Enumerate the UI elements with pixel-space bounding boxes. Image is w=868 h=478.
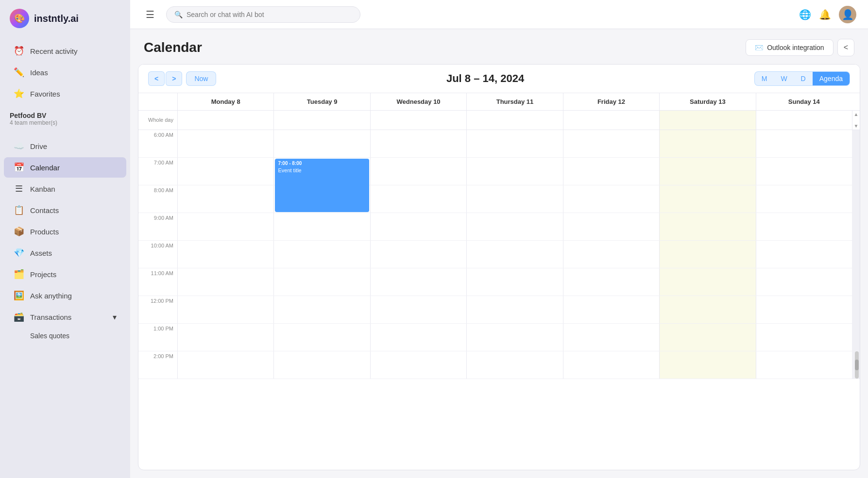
time-cell-tuesday[interactable]: 7:00 - 8:00 Event title	[273, 158, 370, 185]
view-agenda-button[interactable]: Agenda	[813, 72, 850, 85]
wholeday-friday[interactable]	[563, 111, 659, 130]
menu-button[interactable]: ☰	[142, 7, 158, 22]
time-cell-monday[interactable]	[177, 130, 273, 157]
time-cell-tuesday[interactable]	[273, 130, 370, 157]
time-cell-tuesday[interactable]	[273, 324, 370, 351]
time-cell-saturday[interactable]	[659, 130, 755, 157]
time-cell-wednesday[interactable]	[370, 241, 466, 268]
time-cell-sunday[interactable]	[756, 296, 852, 323]
time-cell-monday[interactable]	[177, 185, 273, 213]
time-cell-tuesday[interactable]	[273, 268, 370, 296]
time-cell-saturday[interactable]	[659, 351, 755, 379]
time-cell-sunday[interactable]	[756, 158, 852, 185]
wholeday-tuesday[interactable]	[273, 111, 370, 130]
time-cell-thursday[interactable]	[466, 130, 562, 157]
time-cell-wednesday[interactable]	[370, 185, 466, 213]
sidebar-item-recent-activity[interactable]: ⏰ Recent activity	[4, 41, 126, 61]
time-cell-thursday[interactable]	[466, 268, 562, 296]
notifications-button[interactable]: 🔔	[819, 9, 831, 20]
time-cell-tuesday[interactable]	[273, 296, 370, 323]
sidebar-item-ideas[interactable]: ✏️ Ideas	[4, 62, 126, 82]
time-cell-monday[interactable]	[177, 158, 273, 185]
time-cell-wednesday[interactable]	[370, 213, 466, 240]
time-cell-wednesday[interactable]	[370, 130, 466, 157]
time-cell-friday[interactable]	[563, 351, 659, 379]
time-cell-thursday[interactable]	[466, 158, 562, 185]
avatar[interactable]: 👤	[839, 6, 856, 23]
time-cell-friday[interactable]	[563, 213, 659, 240]
globe-button[interactable]: 🌐	[799, 9, 811, 20]
time-cell-thursday[interactable]	[466, 241, 562, 268]
time-cell-wednesday[interactable]	[370, 268, 466, 296]
calendar-event[interactable]: 7:00 - 8:00 Event title	[275, 159, 369, 212]
time-cell-saturday[interactable]	[659, 324, 755, 351]
time-cell-monday[interactable]	[177, 351, 273, 379]
time-cell-friday[interactable]	[563, 158, 659, 185]
prev-button[interactable]: <	[148, 71, 165, 86]
time-cell-thursday[interactable]	[466, 213, 562, 240]
next-button[interactable]: >	[166, 71, 182, 86]
sidebar-item-projects[interactable]: 🗂️ Projects	[4, 264, 126, 284]
time-cell-saturday[interactable]	[659, 213, 755, 240]
time-cell-sunday[interactable]	[756, 185, 852, 213]
time-cell-friday[interactable]	[563, 296, 659, 323]
time-cell-monday[interactable]	[177, 296, 273, 323]
time-cell-wednesday[interactable]	[370, 351, 466, 379]
time-cell-sunday[interactable]	[756, 130, 852, 157]
time-cell-friday[interactable]	[563, 324, 659, 351]
sidebar-item-drive[interactable]: ☁️ Drive	[4, 136, 126, 156]
sidebar-item-products[interactable]: 📦 Products	[4, 221, 126, 242]
time-cell-friday[interactable]	[563, 241, 659, 268]
sidebar-item-transactions[interactable]: 🗃️ Transactions ▾	[4, 307, 126, 327]
time-cell-friday[interactable]	[563, 268, 659, 296]
sidebar-item-sales-quotes[interactable]: Sales quotes	[4, 328, 126, 344]
sidebar-item-favorites[interactable]: ⭐ Favorites	[4, 83, 126, 104]
view-month-button[interactable]: M	[755, 72, 774, 85]
wholeday-wednesday[interactable]	[370, 111, 466, 130]
sidebar-item-contacts[interactable]: 📋 Contacts	[4, 200, 126, 220]
time-cell-sunday[interactable]	[756, 241, 852, 268]
wholeday-thursday[interactable]	[466, 111, 562, 130]
view-week-button[interactable]: W	[774, 72, 794, 85]
scroll-down-button[interactable]: ▼	[852, 122, 860, 130]
time-cell-sunday[interactable]	[756, 351, 852, 379]
time-cell-thursday[interactable]	[466, 324, 562, 351]
time-cell-tuesday[interactable]	[273, 351, 370, 379]
time-cell-saturday[interactable]	[659, 241, 755, 268]
search-input[interactable]	[187, 11, 352, 18]
view-day-button[interactable]: D	[794, 72, 813, 85]
time-cell-friday[interactable]	[563, 130, 659, 157]
sidebar-item-calendar[interactable]: 📅 Calendar	[4, 157, 126, 178]
time-cell-thursday[interactable]	[466, 185, 562, 213]
time-cell-saturday[interactable]	[659, 158, 755, 185]
time-cell-sunday[interactable]	[756, 213, 852, 240]
time-cell-saturday[interactable]	[659, 185, 755, 213]
time-cell-monday[interactable]	[177, 268, 273, 296]
time-cell-sunday[interactable]	[756, 324, 852, 351]
sidebar-logo[interactable]: 🎨 instntly.ai	[0, 0, 130, 37]
time-cell-saturday[interactable]	[659, 268, 755, 296]
time-cell-thursday[interactable]	[466, 351, 562, 379]
wholeday-monday[interactable]	[177, 111, 273, 130]
sidebar-item-kanban[interactable]: ☰ Kanban	[4, 179, 126, 199]
outlook-integration-button[interactable]: ✉️ Outlook integration	[746, 39, 834, 56]
now-button[interactable]: Now	[186, 71, 216, 86]
time-cell-friday[interactable]	[563, 185, 659, 213]
time-cell-wednesday[interactable]	[370, 158, 466, 185]
time-cell-sunday[interactable]	[756, 268, 852, 296]
sidebar-item-assets[interactable]: 💎 Assets	[4, 243, 126, 263]
wholeday-sunday[interactable]	[756, 111, 852, 130]
time-cell-monday[interactable]	[177, 241, 273, 268]
time-cell-wednesday[interactable]	[370, 324, 466, 351]
time-cell-tuesday[interactable]	[273, 241, 370, 268]
time-cell-saturday[interactable]	[659, 296, 755, 323]
time-cell-wednesday[interactable]	[370, 296, 466, 323]
search-bar[interactable]: 🔍	[166, 6, 360, 23]
time-cell-tuesday[interactable]	[273, 213, 370, 240]
collapse-button[interactable]: <	[837, 39, 854, 56]
time-cell-monday[interactable]	[177, 324, 273, 351]
scroll-up-button[interactable]: ▲	[852, 111, 860, 118]
time-cell-monday[interactable]	[177, 213, 273, 240]
time-cell-thursday[interactable]	[466, 296, 562, 323]
sidebar-item-ask-anything[interactable]: 🖼️ Ask anything	[4, 285, 126, 306]
